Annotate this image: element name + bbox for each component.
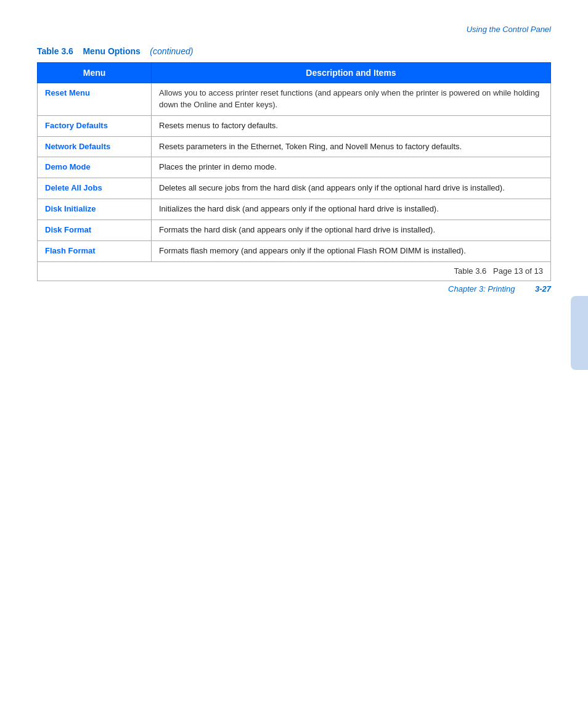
page-container: Using the Control Panel Table 3.6 Menu O… [0,0,588,318]
network-defaults-label: Network Defaults [45,142,110,151]
flash-format-cell: Flash Format [38,240,152,261]
reset-menu-label: Reset Menu [45,88,90,97]
reset-menu-cell: Reset Menu [38,83,152,116]
table-row: Disk Initialize Initializes the hard dis… [38,199,551,220]
factory-defaults-label: Factory Defaults [45,121,108,130]
disk-initialize-label: Disk Initialize [45,204,96,213]
page-header: Using the Control Panel [37,25,551,34]
table-row: Delete All Jobs Deletes all secure jobs … [38,178,551,199]
disk-format-cell: Disk Format [38,220,152,240]
table-title: Table 3.6 Menu Options (continued) [37,46,551,56]
factory-defaults-desc-cell: Resets menus to factory defaults. [152,115,551,136]
demo-mode-cell: Demo Mode [38,157,152,178]
table-row: Demo Mode Places the printer in demo mod… [38,157,551,178]
network-defaults-desc-cell: Resets parameters in the Ethernet, Token… [152,136,551,157]
reset-menu-description: Allows you to access printer reset funct… [159,88,539,109]
page-number: 3-27 [535,284,551,293]
table-row: Disk Format Formats the hard disk (and a… [38,220,551,240]
table-footer-cell: Table 3.6 Page 13 of 13 [38,261,551,281]
page-footer: Chapter 3: Printing 3-27 [448,284,551,293]
table-footer-text: Table 3.6 Page 13 of 13 [454,266,543,276]
table-row: Factory Defaults Resets menus to factory… [38,115,551,136]
tab-decoration [571,296,588,370]
reset-menu-desc-cell: Allows you to access printer reset funct… [152,83,551,116]
flash-format-label: Flash Format [45,246,96,255]
table-footer-row: Table 3.6 Page 13 of 13 [38,261,551,281]
table-row: Flash Format Formats flash memory (and a… [38,240,551,261]
delete-all-jobs-label: Delete All Jobs [45,183,102,192]
demo-mode-label: Demo Mode [45,162,91,171]
delete-all-jobs-cell: Delete All Jobs [38,178,152,199]
disk-format-label: Disk Format [45,225,91,234]
demo-mode-desc-cell: Places the printer in demo mode. [152,157,551,178]
network-defaults-description: Resets parameters in the Ethernet, Token… [159,142,462,151]
table-number: Table 3.6 [37,46,73,56]
table-name: Menu Options [83,46,140,56]
factory-defaults-description: Resets menus to factory defaults. [159,121,278,130]
column-menu-header: Menu [38,63,152,83]
flash-format-desc-cell: Formats flash memory (and appears only i… [152,240,551,261]
flash-format-description: Formats flash memory (and appears only i… [159,246,466,255]
chapter-label: Chapter 3: Printing [448,284,515,293]
disk-initialize-desc-cell: Initializes the hard disk (and appears o… [152,199,551,220]
delete-all-jobs-description: Deletes all secure jobs from the hard di… [159,183,505,192]
disk-format-desc-cell: Formats the hard disk (and appears only … [152,220,551,240]
table-header-row: Menu Description and Items [38,63,551,83]
disk-initialize-description: Initializes the hard disk (and appears o… [159,204,439,213]
table-continued: (continued) [150,46,193,56]
header-text: Using the Control Panel [467,25,551,34]
menu-options-table: Menu Description and Items Reset Menu Al… [37,62,551,281]
disk-initialize-cell: Disk Initialize [38,199,152,220]
column-desc-header: Description and Items [152,63,551,83]
table-row: Reset Menu Allows you to access printer … [38,83,551,116]
delete-all-jobs-desc-cell: Deletes all secure jobs from the hard di… [152,178,551,199]
network-defaults-cell: Network Defaults [38,136,152,157]
factory-defaults-cell: Factory Defaults [38,115,152,136]
demo-mode-description: Places the printer in demo mode. [159,162,277,171]
table-row: Network Defaults Resets parameters in th… [38,136,551,157]
disk-format-description: Formats the hard disk (and appears only … [159,225,435,234]
